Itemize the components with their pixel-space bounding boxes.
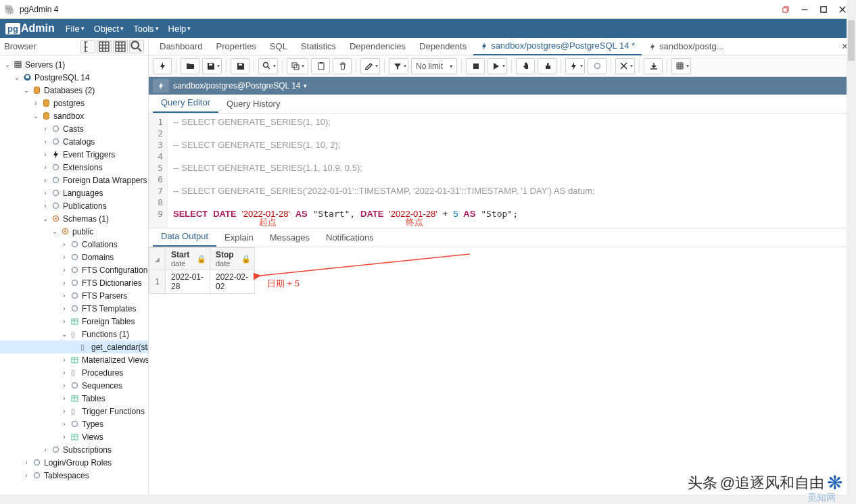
- subtab-query-history[interactable]: Query History: [218, 95, 288, 113]
- tree-row[interactable]: ⌄public: [0, 225, 148, 238]
- tb-delete[interactable]: [333, 58, 352, 74]
- tree-row[interactable]: ›Casts: [0, 122, 148, 135]
- tree-row[interactable]: ›postgres: [0, 97, 148, 109]
- tb-filter[interactable]: ▾: [389, 58, 408, 74]
- outtab-notifications[interactable]: Notifications: [318, 228, 382, 247]
- outtab-explain[interactable]: Explain: [216, 228, 262, 247]
- tree-row[interactable]: ›FTS Configurations: [0, 263, 148, 276]
- tree-twisty[interactable]: ›: [41, 163, 50, 171]
- tb-hand[interactable]: [516, 58, 535, 74]
- results-grid[interactable]: ◢Startdate🔒Stopdate🔒12022-01-282022-02-0…: [149, 247, 255, 294]
- conn-new-button[interactable]: [153, 79, 169, 93]
- window-minimize-button[interactable]: [795, 3, 814, 16]
- tb-save[interactable]: ▾: [202, 58, 222, 74]
- tree-row[interactable]: ›Subscriptions: [0, 443, 148, 456]
- window-overlay-icon[interactable]: [776, 3, 795, 16]
- tree-twisty[interactable]: ⌄: [60, 330, 69, 338]
- tree-twisty[interactable]: ⌄: [22, 86, 31, 94]
- tree-twisty[interactable]: ⌄: [41, 215, 50, 222]
- tree-twisty[interactable]: ›: [60, 305, 69, 312]
- tree-twisty[interactable]: ›: [60, 395, 69, 402]
- tree-row[interactable]: get_calendar(start_: [0, 341, 148, 353]
- conn-dropdown-icon[interactable]: ▾: [304, 82, 307, 89]
- tb-macro[interactable]: ▾: [671, 58, 691, 74]
- window-maximize-button[interactable]: [814, 3, 833, 16]
- tree-row[interactable]: ⌄Databases (2): [0, 84, 148, 97]
- tree-twisty[interactable]: ⌄: [50, 228, 60, 235]
- tree-twisty[interactable]: ›: [60, 407, 69, 415]
- tree-row[interactable]: ›Types: [0, 418, 148, 430]
- tree-twisty[interactable]: ›: [60, 420, 69, 428]
- main-tab[interactable]: Dependents: [412, 38, 473, 55]
- editor-code[interactable]: -- SELECT GENERATE_SERIES(1, 10); -- SEL…: [168, 114, 856, 228]
- tree-row[interactable]: ›Views: [0, 430, 148, 443]
- tree-row[interactable]: ›Foreign Tables: [0, 315, 148, 328]
- tree-twisty[interactable]: ›: [41, 189, 50, 197]
- tb-limit-select[interactable]: No limit: [411, 58, 457, 74]
- tree-row[interactable]: ›Languages: [0, 186, 148, 199]
- main-tab[interactable]: Dependencies: [343, 38, 412, 55]
- tree-row[interactable]: ›FTS Parsers: [0, 289, 148, 302]
- browser-btn-props[interactable]: [80, 40, 95, 53]
- browser-btn-search[interactable]: [129, 40, 144, 53]
- tree-row[interactable]: ›Sequences: [0, 379, 148, 392]
- main-tab[interactable]: Dashboard: [153, 38, 210, 55]
- tree-row[interactable]: ›Domains: [0, 251, 148, 263]
- tree-row[interactable]: ⌄Functions (1): [0, 328, 148, 341]
- main-tab[interactable]: sandbox/postgres@PostgreSQL 14 *: [473, 38, 642, 55]
- main-tab[interactable]: SQL: [263, 38, 294, 55]
- tree-row[interactable]: ›Extensions: [0, 161, 148, 174]
- conn-text[interactable]: sandbox/postgres@PostgreSQL 14: [173, 81, 301, 91]
- tree-twisty[interactable]: ⌄: [3, 61, 12, 68]
- tb-explain[interactable]: ▾: [565, 58, 585, 74]
- tree-twisty[interactable]: ›: [60, 369, 69, 376]
- menu-help[interactable]: Help▾: [168, 24, 191, 34]
- tree-twisty[interactable]: ›: [60, 279, 69, 286]
- tree-row[interactable]: ⌄Schemas (1): [0, 212, 148, 225]
- tb-find[interactable]: ▾: [258, 58, 278, 74]
- tb-download[interactable]: [644, 58, 663, 74]
- tb-thumb[interactable]: [538, 58, 556, 74]
- tree-twisty[interactable]: ›: [22, 472, 31, 479]
- tree-twisty[interactable]: ⌄: [31, 112, 41, 120]
- scrollbar-horizontal[interactable]: [0, 495, 847, 504]
- tb-stop[interactable]: [466, 58, 485, 74]
- outtab-messages[interactable]: Messages: [262, 228, 318, 247]
- tree-twisty[interactable]: ›: [41, 125, 50, 132]
- tree-row[interactable]: ⌄PostgreSQL 14: [0, 71, 148, 84]
- menu-object[interactable]: Object▾: [94, 24, 124, 34]
- tree-row[interactable]: ›Materialized Views: [0, 353, 148, 366]
- browser-btn-grid[interactable]: [97, 40, 112, 53]
- tree-row[interactable]: ›FTS Dictionaries: [0, 276, 148, 289]
- tree-twisty[interactable]: ⌄: [12, 74, 22, 81]
- main-tab[interactable]: Statistics: [294, 38, 343, 55]
- tb-folder[interactable]: [181, 58, 199, 74]
- tb-execute[interactable]: ▾: [488, 58, 507, 74]
- tree-twisty[interactable]: ›: [60, 382, 69, 389]
- tree-row[interactable]: ⌄sandbox: [0, 109, 148, 122]
- tree-twisty[interactable]: ›: [22, 459, 31, 466]
- sql-editor[interactable]: 1 2 3 4 5 6 7 8 9 -- SELECT GENERATE_SER…: [149, 114, 856, 228]
- tree-row[interactable]: ›Event Triggers: [0, 148, 148, 161]
- tb-copy[interactable]: ▾: [287, 58, 308, 74]
- main-tab[interactable]: Properties: [210, 38, 263, 55]
- tree-row[interactable]: ›Tablespaces: [0, 469, 148, 482]
- scrollbar-vertical[interactable]: [847, 0, 856, 504]
- tree-row[interactable]: ›Publications: [0, 199, 148, 212]
- tree-row[interactable]: ›Catalogs: [0, 135, 148, 148]
- tree-row[interactable]: ›FTS Templates: [0, 302, 148, 315]
- tree-row[interactable]: ›Login/Group Roles: [0, 456, 148, 469]
- tb-edit[interactable]: ▾: [360, 58, 380, 74]
- tree-twisty[interactable]: ›: [60, 356, 69, 363]
- tree-twisty[interactable]: ›: [60, 253, 69, 261]
- tree-twisty[interactable]: ›: [60, 241, 69, 248]
- tree-row[interactable]: ›Procedures: [0, 366, 148, 379]
- tb-cancel[interactable]: ▾: [615, 58, 635, 74]
- tb-open[interactable]: [153, 58, 172, 74]
- tree-row[interactable]: ›Collations: [0, 238, 148, 251]
- menu-tools[interactable]: Tools▾: [133, 24, 158, 34]
- tree-twisty[interactable]: ›: [41, 138, 50, 145]
- tree-row[interactable]: ›Tables: [0, 392, 148, 405]
- tree-twisty[interactable]: ›: [41, 151, 50, 158]
- main-tab[interactable]: sandbox/postg...: [642, 38, 730, 55]
